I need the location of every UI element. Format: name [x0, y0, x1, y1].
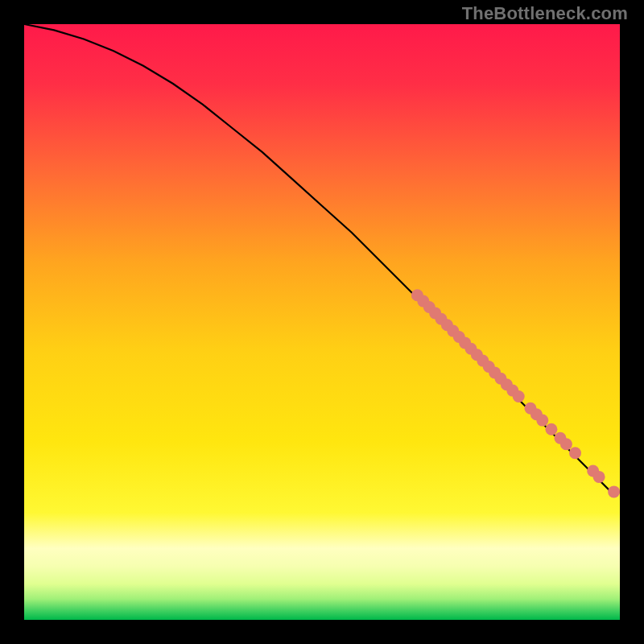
watermark-text: TheBottleneck.com — [462, 3, 628, 24]
curve-markers — [411, 289, 620, 497]
chart-frame: TheBottleneck.com — [0, 0, 644, 644]
curve-marker — [545, 423, 557, 436]
curve-marker — [593, 471, 605, 483]
curve-line — [24, 24, 614, 495]
curve-marker — [513, 390, 525, 402]
curve-marker — [536, 415, 548, 427]
curve-marker — [608, 485, 620, 497]
chart-overlay — [24, 24, 620, 620]
curve-marker — [560, 438, 572, 450]
plot-area — [24, 24, 620, 620]
curve-marker — [569, 447, 581, 459]
